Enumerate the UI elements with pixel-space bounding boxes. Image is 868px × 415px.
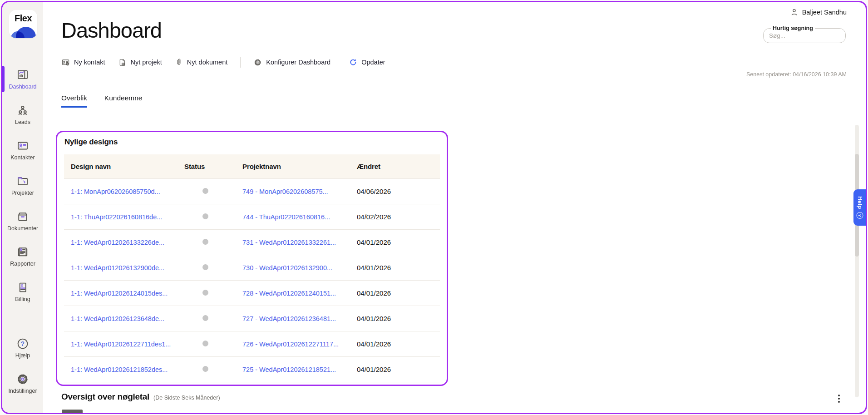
status-dot-icon	[202, 315, 208, 321]
leads-icon	[16, 103, 30, 118]
sidebar-item-indstillinger[interactable]: Indstillinger	[2, 369, 43, 405]
recent-designs-panel: Nylige designs Design navn Status Projek…	[56, 131, 448, 386]
recent-designs-table: Design navn Status Projektnavn Ændret 1-…	[64, 154, 440, 382]
table-header-row: Design navn Status Projektnavn Ændret	[64, 154, 440, 178]
design-link[interactable]: 1-1: WedApr012026132900de...	[71, 264, 184, 272]
table-row: 1-1: WedApr012026121852des... 725 - WedA…	[64, 356, 440, 382]
project-link[interactable]: 731 - WedApr0120261332261...	[242, 239, 357, 246]
last-updated-text: Senest opdateret: 04/16/2026 10:39 AM	[746, 71, 847, 78]
active-indicator	[2, 66, 5, 92]
contact-card-icon	[16, 138, 30, 153]
project-link[interactable]: 728 - WedApr0120261240151...	[242, 290, 357, 297]
sidebar-item-dashboard[interactable]: Dashboard	[2, 65, 43, 100]
svg-text:?: ?	[21, 341, 25, 347]
sidebar-item-billing[interactable]: $ Billing	[2, 277, 43, 313]
contact-card-plus-icon	[61, 58, 70, 67]
design-link[interactable]: 1-1: ThuApr022026160816de...	[71, 213, 184, 221]
modified-date: 04/01/2026	[357, 264, 440, 272]
toolbar-label: Nyt projekt	[131, 59, 162, 66]
key-figures-subtitle: (De Sidste Seks Måneder)	[153, 395, 220, 401]
project-link[interactable]: 749 - MonApr06202608575...	[242, 188, 357, 195]
modified-date: 04/02/2026	[357, 213, 440, 221]
new-contact-button[interactable]: Ny kontakt	[61, 58, 105, 67]
view-tabs: Overblik Kundeemne	[61, 94, 142, 108]
modified-date: 04/01/2026	[357, 289, 440, 297]
sidebar-item-leads[interactable]: Leads	[2, 100, 43, 136]
help-tab[interactable]: Help ?	[853, 189, 866, 226]
panel-title: Nylige designs	[64, 138, 440, 147]
sidebar-item-label: Leads	[15, 119, 30, 125]
sidebar-item-kontakter[interactable]: Kontakter	[2, 136, 43, 171]
design-link[interactable]: 1-1: WedApr012026133226de...	[71, 239, 184, 246]
status-dot-icon	[202, 366, 208, 372]
sidebar-item-label: Dashboard	[9, 84, 36, 90]
modified-date: 04/01/2026	[357, 315, 440, 322]
sidebar-item-label: Projekter	[11, 190, 34, 196]
design-link[interactable]: 1-1: WedApr012026124015des...	[71, 290, 184, 297]
sidebar-item-hjaelp[interactable]: ? Hjælp	[2, 334, 43, 369]
cutoff-content-sliver	[62, 410, 83, 413]
design-link[interactable]: 1-1: MonApr062026085750d...	[71, 188, 184, 195]
table-row: 1-1: WedApr012026132900de... 730 - WedAp…	[64, 255, 440, 280]
modified-date: 04/01/2026	[357, 366, 440, 373]
column-header-modified: Ændret	[357, 163, 440, 170]
key-figures-header: Oversigt over nøgletal (De Sidste Seks M…	[61, 392, 220, 402]
help-tab-label: Help	[856, 196, 863, 209]
help-circle-icon: ?	[16, 336, 30, 351]
table-row: 1-1: WedApr012026123648de... 727 - WedAp…	[64, 306, 440, 331]
key-figures-menu-button[interactable]	[835, 392, 843, 405]
refresh-icon	[349, 58, 357, 67]
toolbar-divider	[240, 57, 241, 68]
folder-icon	[16, 174, 30, 188]
toolbar-label: Opdater	[361, 59, 385, 66]
sidebar-item-label: Indstillinger	[8, 388, 37, 394]
gear-icon	[16, 372, 30, 386]
logo-text: Flex	[9, 13, 37, 24]
design-link[interactable]: 1-1: WedApr012026121852des...	[71, 366, 184, 373]
app-logo[interactable]: Flex	[9, 10, 37, 38]
table-row: 1-1: WedApr012026122711des1... 726 - Wed…	[64, 331, 440, 356]
sidebar-item-label: Rapporter	[10, 261, 35, 267]
help-circle-icon: ?	[856, 212, 863, 219]
status-dot-icon	[202, 188, 208, 194]
quick-search: Hurtig søgning	[763, 25, 846, 43]
svg-text:$: $	[21, 283, 23, 288]
sidebar-item-label: Dokumenter	[7, 225, 38, 232]
search-label: Hurtig søgning	[771, 25, 815, 31]
modified-date: 04/01/2026	[357, 238, 440, 246]
new-project-button[interactable]: Nyt projekt	[118, 58, 162, 67]
project-link[interactable]: 744 - ThuApr022026160816...	[242, 213, 357, 221]
column-header-status: Status	[184, 163, 242, 170]
paperclip-icon	[175, 58, 183, 66]
new-document-button[interactable]: Nyt dokument	[175, 58, 227, 66]
design-link[interactable]: 1-1: WedApr012026122711des1...	[71, 341, 184, 348]
key-figures-title: Oversigt over nøgletal	[61, 392, 149, 402]
project-link[interactable]: 726 - WedApr01202612271117...	[242, 341, 357, 348]
design-link[interactable]: 1-1: WedApr012026123648de...	[71, 315, 184, 322]
project-link[interactable]: 730 - WedApr012026132900...	[242, 264, 357, 272]
sidebar-item-projekter[interactable]: Projekter	[2, 171, 43, 207]
sidebar-item-rapporter[interactable]: Rapporter	[2, 242, 43, 277]
search-input[interactable]	[768, 32, 841, 43]
toolbar-label: Ny kontakt	[74, 59, 105, 66]
modified-date: 04/06/2026	[357, 188, 440, 195]
project-link[interactable]: 725 - WedApr0120261218521...	[242, 366, 357, 373]
user-name: Baljeet Sandhu	[802, 9, 847, 16]
sidebar-item-label: Hjælp	[15, 352, 30, 359]
logo-wave-graphic	[9, 26, 37, 38]
configure-dashboard-button[interactable]: Konfigurer Dashboard	[253, 58, 330, 67]
tab-kundeemne[interactable]: Kundeemne	[104, 94, 143, 108]
sidebar-item-label: Billing	[15, 296, 30, 302]
report-icon	[16, 245, 30, 259]
sidebar-item-dokumenter[interactable]: Dokumenter	[2, 207, 43, 242]
column-header-project: Projektnavn	[242, 163, 357, 170]
user-menu[interactable]: Baljeet Sandhu	[790, 8, 847, 16]
page-title: Dashboard	[61, 18, 162, 43]
invoice-icon: $	[16, 280, 30, 295]
refresh-button[interactable]: Opdater	[349, 58, 385, 67]
app-window: Flex Dashboard Leads	[1, 1, 867, 414]
project-link[interactable]: 727 - WedApr0120261236481...	[242, 315, 357, 322]
table-row: 1-1: ThuApr022026160816de... 744 - ThuAp…	[64, 204, 440, 229]
header-divider	[61, 81, 848, 81]
tab-overblik[interactable]: Overblik	[61, 94, 87, 108]
